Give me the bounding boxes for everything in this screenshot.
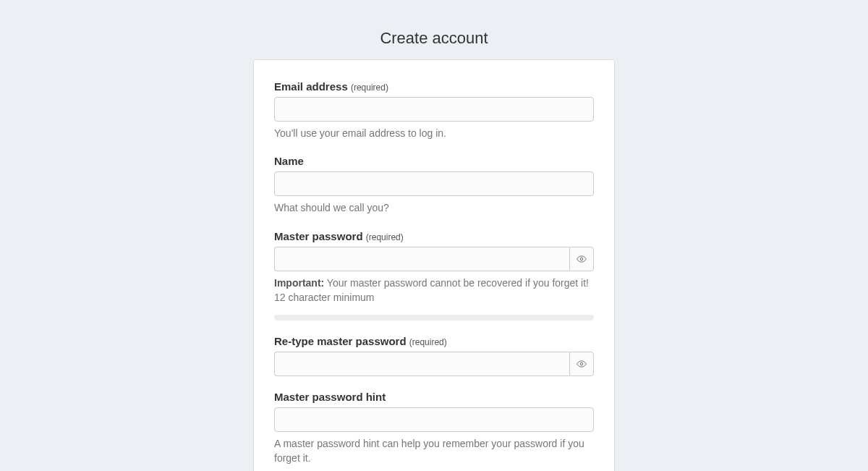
retype-password-field[interactable] [274,352,569,376]
name-field[interactable] [274,171,594,196]
password-hint-field[interactable] [274,407,594,432]
master-password-input-group [274,247,594,271]
password-strength-bar [274,315,594,321]
eye-icon [576,254,587,264]
master-password-field[interactable] [274,247,569,271]
toggle-master-password-visibility-button[interactable] [569,247,594,271]
email-field[interactable] [274,97,594,122]
svg-point-0 [580,258,583,260]
name-group: Name What should we call you? [274,155,594,215]
master-password-group: Master password (required) Important: Yo… [274,230,594,321]
password-hint-label: Master password hint [274,391,594,403]
name-label: Name [274,155,594,167]
email-required-tag: (required) [351,82,388,93]
eye-icon [576,359,587,369]
master-password-label-text: Master password [274,230,363,242]
svg-point-1 [580,362,583,365]
retype-password-label-text: Re-type master password [274,335,407,347]
password-hint-group: Master password hint A master password h… [274,391,594,466]
email-group: Email address (required) You'll use your… [274,80,594,140]
password-hint-label-text: Master password hint [274,391,386,403]
email-label: Email address (required) [274,80,594,93]
page-title: Create account [253,29,615,48]
email-label-text: Email address [274,80,348,93]
retype-password-label: Re-type master password (required) [274,335,594,347]
retype-password-input-group [274,352,594,376]
create-account-card: Email address (required) You'll use your… [253,59,615,471]
important-label: Important: [274,277,324,289]
master-password-hint: Important: Your master password cannot b… [274,276,594,305]
toggle-retype-password-visibility-button[interactable] [569,352,594,376]
password-hint-hint: A master password hint can help you reme… [274,436,594,466]
master-password-label: Master password (required) [274,230,594,242]
retype-password-group: Re-type master password (required) [274,335,594,376]
name-label-text: Name [274,155,304,167]
email-hint: You'll use your email address to log in. [274,126,594,140]
retype-password-required-tag: (required) [409,337,447,347]
master-password-required-tag: (required) [366,232,404,242]
name-hint: What should we call you? [274,200,594,215]
